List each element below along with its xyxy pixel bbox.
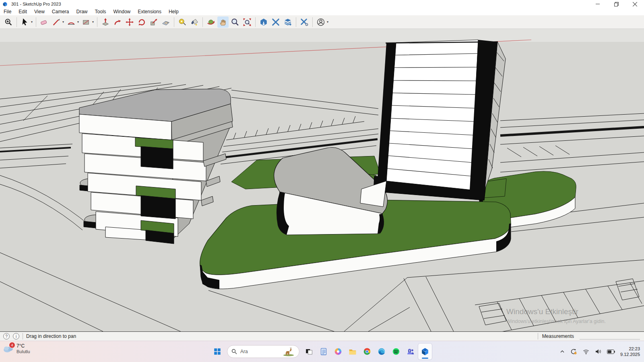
menu-draw[interactable]: Draw: [73, 8, 91, 15]
push-pull-tool-button[interactable]: [100, 16, 111, 28]
menu-window[interactable]: Window: [110, 8, 134, 15]
zoom-tool-button[interactable]: [229, 16, 241, 28]
3d-viewport[interactable]: Windows'u Etkinleştir Windows'u etkinleş…: [0, 29, 644, 332]
update-sync-icon[interactable]: [570, 348, 577, 355]
pan-tool-icon: [219, 18, 227, 27]
extension-manager-button[interactable]: [299, 16, 310, 28]
tape-measure-tool-icon: [178, 18, 187, 27]
watermark-title: Windows'u Etkinleştir: [506, 307, 606, 316]
line-tool-button[interactable]: [51, 16, 62, 28]
menu-extensions[interactable]: Extensions: [134, 8, 165, 15]
menu-edit[interactable]: Edit: [15, 8, 31, 15]
shared-components-icon: [283, 18, 292, 27]
zoom-window-tool-button[interactable]: [3, 16, 14, 28]
paint-bucket-tool-button[interactable]: [189, 16, 200, 28]
taskbar-notepad-button[interactable]: [317, 343, 330, 360]
minimize-button[interactable]: [588, 0, 607, 8]
taskbar-chrome-button[interactable]: [360, 343, 374, 360]
measurements-label: Measurements: [542, 333, 574, 339]
line-tool-dropdown-caret[interactable]: ▾: [62, 20, 65, 24]
copilot-icon: [334, 347, 343, 356]
rotate-tool-button[interactable]: [136, 16, 147, 28]
search-placeholder: Ara: [240, 349, 248, 354]
weather-condition: Bulutlu: [17, 349, 30, 355]
windows-activation-watermark: Windows'u Etkinleştir Windows'u etkinleş…: [506, 307, 606, 324]
tape-measure-tool-button[interactable]: [177, 16, 188, 28]
help-icon[interactable]: ?: [3, 333, 10, 339]
zoom-window-tool-icon: [4, 18, 13, 27]
measurements-input[interactable]: [580, 333, 640, 339]
taskbar: 4 7°C Bulutlu Ara: [0, 341, 644, 362]
close-button[interactable]: [625, 0, 644, 8]
battery-icon[interactable]: [607, 350, 615, 354]
rectangle-tool-button[interactable]: [80, 16, 92, 28]
start-button[interactable]: [211, 343, 224, 360]
minimize-icon: [596, 2, 600, 6]
close-icon: [633, 2, 637, 6]
orbit-tool-icon: [206, 18, 215, 27]
clock[interactable]: 22:23 9.12.2025: [620, 346, 640, 358]
warehouse-3d-button[interactable]: [258, 16, 269, 28]
title-bar: 301 - SketchUp Pro 2023: [0, 0, 644, 8]
scale-tool-button[interactable]: [148, 16, 159, 28]
toolbar: ▾▾▾▾▾: [0, 15, 644, 29]
menu-help[interactable]: Help: [165, 8, 182, 15]
volume-icon[interactable]: [595, 349, 601, 354]
shared-components-button[interactable]: [282, 16, 293, 28]
search-icon: [231, 349, 237, 354]
taskbar-copilot-button[interactable]: [331, 343, 345, 360]
select-tool-icon: [21, 18, 29, 27]
rectangle-tool-icon: [82, 18, 91, 27]
taskbar-edge-button[interactable]: [375, 343, 388, 360]
menu-view[interactable]: View: [31, 8, 48, 15]
offset-tool-icon: [161, 18, 170, 27]
window-title: 301 - SketchUp Pro 2023: [11, 2, 61, 6]
offset-tool-button[interactable]: [160, 16, 171, 28]
account-icon: [316, 18, 325, 27]
edge-icon: [377, 347, 386, 356]
orbit-tool-button[interactable]: [205, 16, 217, 28]
select-tool-button[interactable]: [19, 16, 31, 28]
extension-warehouse-button[interactable]: [270, 16, 281, 28]
account-dropdown-caret[interactable]: ▾: [327, 20, 330, 24]
taskbar-taskview-button[interactable]: [302, 343, 316, 360]
sketchup-logo-icon: [2, 2, 8, 7]
info-icon[interactable]: i: [13, 333, 19, 339]
eraser-tool-button[interactable]: [39, 16, 50, 28]
weather-widget[interactable]: 4 7°C Bulutlu: [2, 343, 30, 355]
toolbar-separator: [174, 17, 174, 27]
taskbar-sketchup-button[interactable]: [418, 343, 432, 360]
menu-tools[interactable]: Tools: [91, 8, 110, 15]
follow-me-tool-button[interactable]: [112, 16, 123, 28]
arc-tool-dropdown-caret[interactable]: ▾: [77, 20, 80, 24]
search-highlight-image: [281, 347, 296, 356]
chrome-icon: [363, 347, 372, 356]
eraser-tool-icon: [40, 18, 49, 27]
pan-tool-button[interactable]: [217, 16, 229, 28]
menu-file[interactable]: File: [0, 8, 15, 15]
maximize-button[interactable]: [607, 0, 625, 8]
rectangle-tool-dropdown-caret[interactable]: ▾: [92, 20, 95, 24]
start-icon: [213, 347, 222, 356]
tray-chevron-icon[interactable]: [560, 350, 565, 354]
zoom-extents-tool-button[interactable]: [242, 16, 253, 28]
zoom-tool-icon: [231, 18, 239, 27]
line-tool-icon: [52, 18, 61, 27]
zoom-extents-tool-icon: [243, 18, 252, 27]
menu-bar: FileEditViewCameraDrawToolsWindowExtensi…: [0, 8, 644, 15]
toolbar-separator: [36, 17, 36, 27]
measurements-separator: [538, 333, 538, 339]
taskbar-spotify-button[interactable]: [389, 343, 403, 360]
warehouse-3d-icon: [259, 18, 268, 27]
taskbar-search[interactable]: Ara: [227, 345, 299, 358]
system-tray: 22:23 9.12.2025: [557, 341, 644, 362]
menu-camera[interactable]: Camera: [48, 8, 73, 15]
taskbar-teams-button[interactable]: [404, 343, 417, 360]
move-tool-button[interactable]: [124, 16, 135, 28]
account-button[interactable]: [315, 16, 326, 28]
weather-alert-badge: 4: [9, 342, 15, 348]
arc-tool-button[interactable]: [66, 16, 77, 28]
select-tool-dropdown-caret[interactable]: ▾: [31, 20, 34, 24]
wifi-icon[interactable]: [583, 349, 589, 354]
taskbar-explorer-button[interactable]: [346, 343, 359, 360]
